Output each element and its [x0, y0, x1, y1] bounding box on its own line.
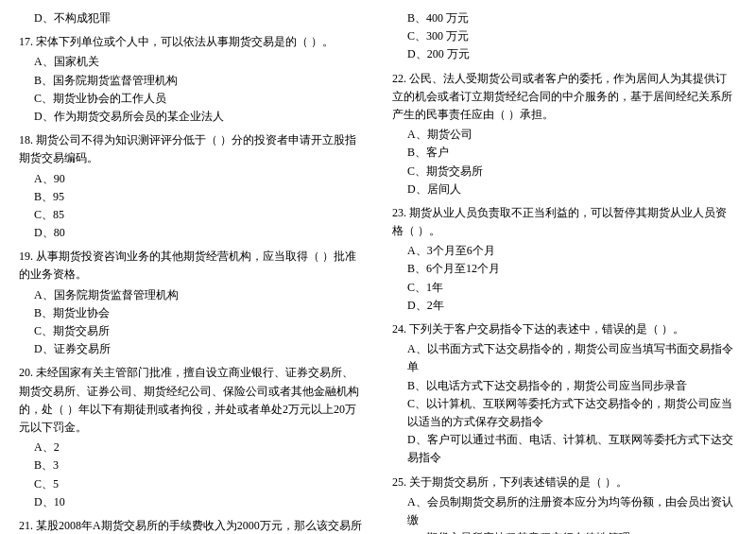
question-23: 23. 期货从业人员负责取不正当利益的，可以暂停其期货从业人员资格（ ）。 A、… — [392, 204, 737, 315]
q21-opt-d: D、200 万元 — [392, 45, 737, 63]
q24-opt-d: D、客户可以通过书面、电话、计算机、互联网等委托方式下达交易指令 — [392, 431, 737, 467]
q19-opt-b: B、期货业协会 — [19, 304, 364, 322]
question-23-text: 23. 期货从业人员负责取不正当利益的，可以暂停其期货从业人员资格（ ）。 — [392, 204, 737, 240]
question-21-text: 21. 某股2008年A期货交易所的手续费收入为2000万元，那么该交易所应提取… — [19, 517, 364, 534]
q23-opt-d: D、2年 — [392, 297, 737, 315]
question-22-text: 22. 公民、法人受期货公司或者客户的委托，作为居间人为其提供订立的机会或者订立… — [392, 70, 737, 125]
q23-opt-a: A、3个月至6个月 — [392, 242, 737, 260]
question-19: 19. 从事期货投资咨询业务的其他期货经营机构，应当取得（ ）批准的业务资格。 … — [19, 248, 364, 358]
q22-opt-d: D、居间人 — [392, 181, 737, 198]
question-24: 24. 下列关于客户交易指令下达的表述中，错误的是（ ）。 A、以书面方式下达交… — [392, 320, 737, 468]
question-20-text: 20. 未经国家有关主管部门批准，擅自设立商业银行、证券交易所、期货交易所、证券… — [19, 364, 364, 437]
q18-opt-a: A、90 — [19, 170, 364, 188]
question-18: 18. 期货公司不得为知识测评评分低于（ ）分的投资者申请开立股指期货交易编码。… — [19, 131, 364, 242]
option-d-noconstitute: D、不构成犯罪 — [19, 9, 364, 27]
q25-opt-a: A、会员制期货交易所的注册资本应分为均等份额，由会员出资认缴 — [392, 493, 737, 529]
q17-opt-b: B、国务院期货监督管理机构 — [19, 72, 364, 90]
right-column: B、400 万元 C、300 万元 D、200 万元 22. 公民、法人受期货公… — [383, 9, 737, 534]
q21-opt-c: C、300 万元 — [392, 27, 737, 45]
q23-opt-b: B、6个月至12个月 — [392, 260, 737, 278]
question-17-text: 17. 宋体下列单位或个人中，可以依法从事期货交易是的（ ）。 — [19, 33, 364, 51]
q20-opt-a: A、2 — [19, 439, 364, 456]
q20-opt-b: B、3 — [19, 456, 364, 474]
question-25: 25. 关于期货交易所，下列表述错误的是（ ）。 A、会员制期货交易所的注册资本… — [392, 474, 737, 535]
q19-opt-a: A、国务院期货监督管理机构 — [19, 286, 364, 304]
q21-opt-b: B、400 万元 — [392, 9, 737, 27]
page-content: D、不构成犯罪 17. 宋体下列单位或个人中，可以依法从事期货交易是的（ ）。 … — [19, 9, 737, 534]
question-22: 22. 公民、法人受期货公司或者客户的委托，作为居间人为其提供订立的机会或者订立… — [392, 70, 737, 198]
q20-opt-c: C、5 — [19, 475, 364, 493]
left-column: D、不构成犯罪 17. 宋体下列单位或个人中，可以依法从事期货交易是的（ ）。 … — [19, 9, 373, 534]
q17-opt-a: A、国家机关 — [19, 53, 364, 71]
q22-opt-c: C、期货交易所 — [392, 163, 737, 181]
q20-opt-d: D、10 — [19, 493, 364, 511]
q24-opt-a: A、以书面方式下达交易指令的，期货公司应当填写书面交易指令单 — [392, 340, 737, 376]
q17-opt-c: C、期货业协会的工作人员 — [19, 90, 364, 108]
q18-opt-b: B、95 — [19, 188, 364, 206]
q24-opt-b: B、以电话方式下达交易指令的，期货公司应当同步录音 — [392, 377, 737, 395]
main-columns: D、不构成犯罪 17. 宋体下列单位或个人中，可以依法从事期货交易是的（ ）。 … — [19, 9, 737, 534]
q24-opt-c: C、以计算机、互联网等委托方式下达交易指令的，期货公司应当以适当的方式保存交易指… — [392, 395, 737, 431]
q23-opt-c: C、1年 — [392, 279, 737, 297]
q17-opt-d: D、作为期货交易所会员的某企业法人 — [19, 108, 364, 126]
question-24-text: 24. 下列关于客户交易指令下达的表述中，错误的是（ ）。 — [392, 320, 737, 338]
q21-cont-b: B、400 万元 C、300 万元 D、200 万元 — [392, 9, 737, 64]
q19-opt-c: C、期货交易所 — [19, 322, 364, 340]
q25-opt-b: B、期货交易所应按租其章程实行自律性管理 — [392, 529, 737, 534]
question-21: 21. 某股2008年A期货交易所的手续费收入为2000万元，那么该交易所应提取… — [19, 517, 364, 534]
question-19-text: 19. 从事期货投资咨询业务的其他期货经营机构，应当取得（ ）批准的业务资格。 — [19, 248, 364, 284]
question-20: 20. 未经国家有关主管部门批准，擅自设立商业银行、证券交易所、期货交易所、证券… — [19, 364, 364, 511]
option-text: D、不构成犯罪 — [19, 9, 364, 27]
q18-opt-d: D、80 — [19, 224, 364, 242]
question-17: 17. 宋体下列单位或个人中，可以依法从事期货交易是的（ ）。 A、国家机关 B… — [19, 33, 364, 126]
q18-opt-c: C、85 — [19, 206, 364, 224]
q22-opt-a: A、期货公司 — [392, 126, 737, 144]
q19-opt-d: D、证券交易所 — [19, 340, 364, 358]
question-25-text: 25. 关于期货交易所，下列表述错误的是（ ）。 — [392, 474, 737, 491]
question-18-text: 18. 期货公司不得为知识测评评分低于（ ）分的投资者申请开立股指期货交易编码。 — [19, 131, 364, 167]
q22-opt-b: B、客户 — [392, 144, 737, 162]
